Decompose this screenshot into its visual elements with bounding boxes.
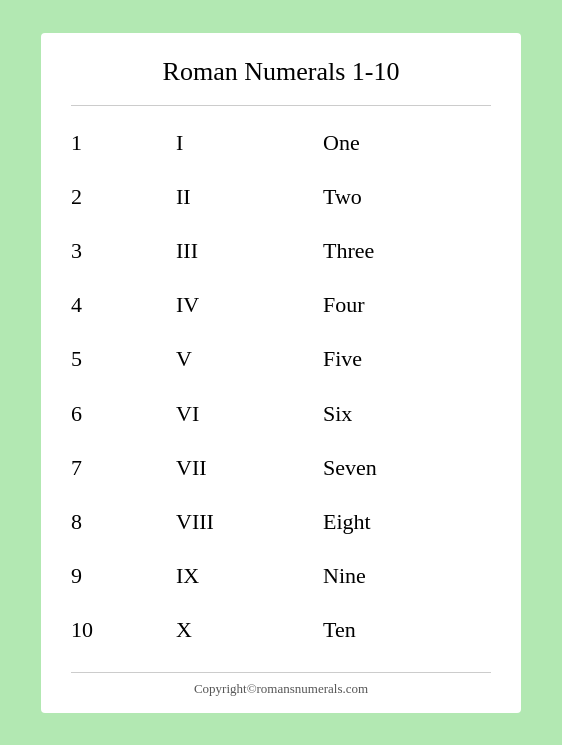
table-row: 10XTen bbox=[71, 603, 491, 657]
cell-word: Nine bbox=[323, 549, 491, 603]
cell-number: 8 bbox=[71, 495, 176, 549]
table-row: 4IVFour bbox=[71, 278, 491, 332]
cell-number: 4 bbox=[71, 278, 176, 332]
table-row: 5VFive bbox=[71, 332, 491, 386]
cell-number: 1 bbox=[71, 116, 176, 170]
cell-roman: IV bbox=[176, 278, 323, 332]
table-row: 3IIIThree bbox=[71, 224, 491, 278]
table-row: 9IXNine bbox=[71, 549, 491, 603]
top-divider bbox=[71, 105, 491, 106]
cell-word: Eight bbox=[323, 495, 491, 549]
numerals-table: 1IOne2IITwo3IIIThree4IVFour5VFive6VISix7… bbox=[71, 116, 491, 658]
cell-word: Two bbox=[323, 170, 491, 224]
cell-roman: I bbox=[176, 116, 323, 170]
cell-roman: V bbox=[176, 332, 323, 386]
table-row: 6VISix bbox=[71, 386, 491, 440]
cell-number: 6 bbox=[71, 386, 176, 440]
cell-roman: VII bbox=[176, 441, 323, 495]
cell-number: 7 bbox=[71, 441, 176, 495]
table-row: 1IOne bbox=[71, 116, 491, 170]
table-row: 2IITwo bbox=[71, 170, 491, 224]
page-title: Roman Numerals 1-10 bbox=[71, 57, 491, 87]
cell-word: Four bbox=[323, 278, 491, 332]
table-row: 7VIISeven bbox=[71, 441, 491, 495]
cell-roman: X bbox=[176, 603, 323, 657]
cell-number: 10 bbox=[71, 603, 176, 657]
cell-word: Five bbox=[323, 332, 491, 386]
cell-number: 3 bbox=[71, 224, 176, 278]
cell-roman: VI bbox=[176, 386, 323, 440]
cell-number: 2 bbox=[71, 170, 176, 224]
cell-roman: VIII bbox=[176, 495, 323, 549]
table-row: 8VIIIEight bbox=[71, 495, 491, 549]
footer-copyright: Copyright©romansnumerals.com bbox=[71, 672, 491, 697]
cell-roman: IX bbox=[176, 549, 323, 603]
main-card: Roman Numerals 1-10 1IOne2IITwo3IIIThree… bbox=[41, 33, 521, 713]
cell-roman: III bbox=[176, 224, 323, 278]
cell-word: Seven bbox=[323, 441, 491, 495]
cell-roman: II bbox=[176, 170, 323, 224]
cell-word: Ten bbox=[323, 603, 491, 657]
cell-word: Six bbox=[323, 386, 491, 440]
cell-number: 9 bbox=[71, 549, 176, 603]
cell-word: One bbox=[323, 116, 491, 170]
cell-number: 5 bbox=[71, 332, 176, 386]
cell-word: Three bbox=[323, 224, 491, 278]
